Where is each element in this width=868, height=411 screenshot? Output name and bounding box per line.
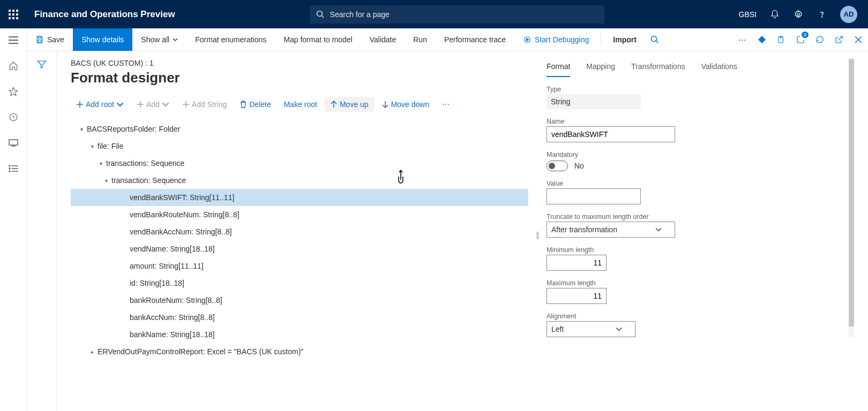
modules-nav[interactable] [8, 163, 19, 174]
tree-row[interactable]: vendName: String[18..18] [71, 240, 528, 257]
diamond-toolbar-button[interactable] [752, 28, 772, 51]
search-bar-wrapper: Search for a page [175, 5, 739, 24]
attach-toolbar-button[interactable] [772, 28, 791, 51]
tab-mapping[interactable]: Mapping [586, 59, 615, 77]
avatar[interactable]: AD [840, 6, 857, 23]
run-button[interactable]: Run [405, 28, 436, 51]
chevron-down-icon [616, 326, 622, 332]
import-button[interactable]: Import [604, 28, 645, 51]
min-input[interactable] [547, 255, 607, 271]
truncate-select[interactable]: After transformation [547, 222, 675, 238]
caret-right-icon[interactable]: ▸ [87, 349, 98, 355]
make-root-button[interactable]: Make root [279, 97, 323, 112]
search-toolbar-button[interactable] [645, 28, 664, 51]
tab-transformations[interactable]: Transformations [631, 59, 685, 77]
body-area: Save Show details Show all Format enumer… [0, 28, 868, 411]
save-button[interactable]: Save [27, 28, 73, 51]
search-icon [316, 10, 325, 19]
svg-point-0 [317, 11, 322, 16]
trash-icon [240, 101, 247, 108]
tree-row[interactable]: amount: String[11..11] [71, 257, 528, 275]
align-select[interactable]: Left [547, 321, 635, 337]
link-badge: 0 [802, 32, 809, 38]
home-nav[interactable] [8, 60, 19, 71]
truncate-value: After transformation [551, 225, 617, 234]
app-launcher-button[interactable] [0, 10, 27, 19]
name-input[interactable] [547, 126, 675, 142]
more-actions-button[interactable]: ⋯ [437, 97, 456, 112]
caret-down-icon[interactable]: ▾ [76, 126, 87, 132]
clock-icon [9, 112, 18, 122]
svg-line-1 [321, 16, 324, 18]
move-up-button[interactable]: Move up [325, 97, 374, 112]
content: BACS (UK CUSTOM) : 1 Format designer Add… [57, 51, 868, 411]
tree-row[interactable]: ▾BACSReportsFolder: Folder [71, 120, 528, 138]
favorites-nav[interactable] [8, 86, 19, 97]
settings-button[interactable] [793, 9, 804, 20]
workspaces-nav[interactable] [8, 138, 19, 148]
tree-label: vendBankSWIFT: String[11..11] [130, 193, 234, 202]
chevron-down-icon [655, 226, 662, 233]
command-toolbar: Save Show details Show all Format enumer… [27, 28, 868, 51]
validate-button[interactable]: Validate [361, 28, 405, 51]
refresh-toolbar-button[interactable] [810, 28, 829, 51]
move-down-button[interactable]: Move down [376, 97, 435, 112]
tree-row[interactable]: ▾file: File [71, 138, 528, 155]
value-input[interactable] [547, 188, 641, 204]
tree-row[interactable]: vendBankRouteNum: String[8..8] [71, 206, 528, 223]
link-toolbar-button[interactable]: 0 [791, 28, 810, 51]
tree-row[interactable]: ▾transactions: Sequence [71, 155, 528, 172]
tree-row[interactable]: id: String[18..18] [71, 275, 528, 292]
filter-button[interactable] [37, 60, 47, 411]
tree-label: amount: String[11..11] [130, 262, 204, 270]
org-label[interactable]: GBSI [739, 10, 757, 19]
properties-scrollbar[interactable] [849, 59, 854, 337]
search-icon [650, 35, 659, 44]
popout-toolbar-button[interactable] [829, 28, 849, 51]
caret-down-icon[interactable]: ▾ [101, 178, 111, 184]
splitter-handle[interactable]: ‖ [534, 59, 541, 411]
caret-down-icon[interactable]: ▾ [87, 143, 98, 149]
map-format-button[interactable]: Map format to model [275, 28, 361, 51]
list-icon [9, 165, 18, 172]
format-enumerations-button[interactable]: Format enumerations [186, 28, 275, 51]
popout-icon [835, 35, 843, 44]
tree-row[interactable]: vendBankSWIFT: String[11..11] [71, 189, 528, 206]
tree-row[interactable]: bankName: String[18..18] [71, 326, 528, 343]
tree-row[interactable]: bankRouteNum: String[8..8] [71, 292, 528, 309]
tab-validations[interactable]: Validations [701, 59, 737, 77]
tree-label: vendBankRouteNum: String[8..8] [130, 210, 240, 219]
recent-nav[interactable] [8, 112, 19, 123]
type-label: Type [547, 86, 854, 93]
field-min-length: Minimum length [547, 246, 854, 271]
add-string-button[interactable]: Add String [177, 97, 232, 112]
field-truncate: Truncate to maximum length order After t… [547, 213, 854, 238]
tree-row[interactable]: vendBankAccNum: String[8..8] [71, 223, 528, 240]
close-icon [855, 36, 862, 43]
tree-label: transactions: Sequence [106, 159, 184, 168]
attach-icon [777, 35, 785, 44]
tab-format[interactable]: Format [547, 59, 570, 77]
help-button[interactable] [817, 9, 827, 20]
hamburger-button[interactable] [8, 35, 19, 45]
show-details-button[interactable]: Show details [73, 28, 132, 51]
start-debugging-button[interactable]: Start Debugging [514, 28, 597, 51]
tree-row[interactable]: ▸ERVendOutPaymControlReport: Excel = "BA… [71, 343, 528, 360]
performance-trace-button[interactable]: Performance trace [436, 28, 514, 51]
show-all-button[interactable]: Show all [132, 28, 186, 51]
more-toolbar-button[interactable]: ⋯ [733, 28, 752, 51]
add-root-button[interactable]: Add root [71, 97, 129, 112]
tree-row[interactable]: ▾transaction: Sequence [71, 172, 528, 189]
caret-down-icon[interactable]: ▾ [95, 161, 106, 166]
search-input[interactable]: Search for a page [310, 5, 604, 24]
notifications-button[interactable] [769, 9, 780, 20]
svg-marker-20 [527, 38, 529, 41]
format-tree: ▾BACSReportsFolder: Folder▾file: File▾tr… [71, 120, 528, 360]
close-toolbar-button[interactable] [849, 28, 868, 51]
add-button[interactable]: Add [131, 97, 175, 112]
max-input[interactable] [547, 288, 607, 304]
svg-line-22 [656, 41, 658, 43]
mandatory-toggle[interactable] [547, 161, 568, 171]
delete-button[interactable]: Delete [234, 97, 276, 112]
tree-row[interactable]: bankAccNum: String[8..8] [71, 309, 528, 326]
